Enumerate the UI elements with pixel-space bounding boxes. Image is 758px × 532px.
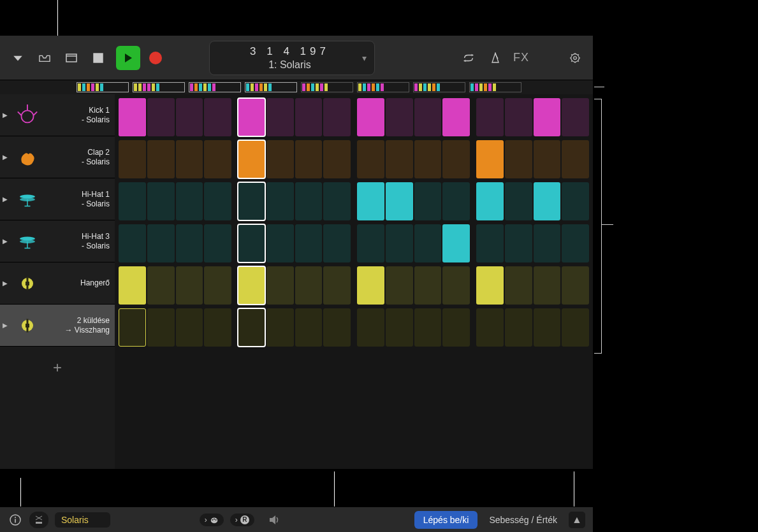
step-cell[interactable] — [534, 224, 561, 262]
step-cell[interactable] — [357, 224, 384, 262]
step-cell[interactable] — [562, 266, 589, 305]
settings-gear-icon[interactable] — [566, 49, 584, 67]
track-header[interactable]: ▶ Kick 1- Solaris — [0, 94, 115, 136]
step-cell[interactable] — [476, 98, 504, 136]
metronome-icon[interactable] — [486, 49, 504, 67]
step-cell[interactable] — [176, 182, 203, 220]
ruler-pattern[interactable] — [189, 82, 241, 92]
step-cell[interactable] — [176, 98, 203, 136]
r-pill[interactable]: › R — [230, 514, 254, 526]
step-cell[interactable] — [176, 308, 203, 347]
step-cell[interactable] — [505, 98, 532, 136]
step-cell[interactable] — [204, 182, 231, 220]
track-play-icon[interactable]: ▶ — [3, 238, 9, 245]
track-play-icon[interactable]: ▶ — [3, 280, 9, 287]
step-cell[interactable] — [119, 266, 146, 305]
ruler-pattern[interactable] — [357, 82, 409, 92]
step-cell[interactable] — [147, 140, 175, 178]
menu-dropdown-button[interactable] — [9, 49, 27, 67]
collapse-up-icon[interactable]: ▲ — [569, 512, 585, 528]
step-cell[interactable] — [562, 224, 589, 262]
kit-name-field[interactable]: Solaris — [55, 512, 110, 528]
track-header[interactable]: ▶ Clap 2- Solaris — [0, 136, 115, 178]
step-cell[interactable] — [414, 140, 442, 178]
ruler-pattern[interactable] — [301, 82, 353, 92]
step-cell[interactable] — [204, 308, 231, 347]
step-cell[interactable] — [266, 140, 294, 178]
fx-button[interactable]: FX — [513, 51, 529, 64]
step-cell[interactable] — [442, 182, 470, 220]
step-cell[interactable] — [176, 224, 203, 262]
step-cell[interactable] — [534, 98, 561, 136]
step-cell[interactable] — [505, 182, 532, 220]
step-cell[interactable] — [534, 266, 561, 305]
step-cell[interactable] — [295, 182, 323, 220]
step-cell[interactable] — [414, 98, 442, 136]
palette-pill[interactable]: › — [200, 514, 224, 526]
step-cell[interactable] — [238, 266, 265, 305]
ruler-pattern[interactable] — [413, 82, 465, 92]
close-x-icon[interactable] — [29, 512, 48, 528]
step-cell[interactable] — [442, 224, 470, 262]
step-cell[interactable] — [562, 98, 589, 136]
chevron-down-icon[interactable]: ▾ — [362, 53, 367, 63]
step-cell[interactable] — [119, 308, 146, 347]
step-cell[interactable] — [476, 224, 504, 262]
step-cell[interactable] — [386, 182, 413, 220]
step-cell[interactable] — [238, 182, 265, 220]
track-header[interactable]: ▶ Hi-Hat 3- Solaris — [0, 220, 115, 262]
step-cell[interactable] — [562, 182, 589, 220]
step-cell[interactable] — [442, 98, 470, 136]
step-cell[interactable] — [323, 224, 351, 262]
ruler-pattern[interactable] — [133, 82, 185, 92]
loop-icon[interactable] — [460, 49, 477, 67]
step-cell[interactable] — [147, 182, 175, 220]
step-cell[interactable] — [119, 140, 146, 178]
step-cell[interactable] — [295, 308, 323, 347]
step-cell[interactable] — [357, 266, 384, 305]
stop-button[interactable] — [89, 49, 107, 67]
step-cell[interactable] — [266, 98, 294, 136]
step-cell[interactable] — [323, 182, 351, 220]
step-cell[interactable] — [505, 308, 532, 347]
step-cell[interactable] — [476, 182, 504, 220]
step-cell[interactable] — [357, 308, 384, 347]
track-play-icon[interactable]: ▶ — [3, 322, 9, 329]
step-cell[interactable] — [176, 266, 203, 305]
step-cell[interactable] — [323, 98, 351, 136]
step-cell[interactable] — [386, 98, 413, 136]
step-cell[interactable] — [476, 140, 504, 178]
step-cell[interactable] — [204, 140, 231, 178]
track-header[interactable]: ▶ Hangerő — [0, 262, 115, 305]
step-cell[interactable] — [442, 140, 470, 178]
step-cell[interactable] — [147, 266, 175, 305]
step-cell[interactable] — [238, 308, 265, 347]
step-cell[interactable] — [266, 182, 294, 220]
step-cell[interactable] — [357, 182, 384, 220]
step-cell[interactable] — [534, 182, 561, 220]
window-icon[interactable] — [62, 49, 80, 67]
step-cell[interactable] — [386, 266, 413, 305]
step-cell[interactable] — [357, 140, 384, 178]
inbox-icon[interactable] — [36, 49, 54, 67]
record-button[interactable] — [149, 52, 162, 64]
track-header[interactable]: ▶ Hi-Hat 1- Solaris — [0, 178, 115, 220]
ruler-pattern[interactable] — [77, 82, 129, 92]
step-cell[interactable] — [357, 98, 384, 136]
step-cell[interactable] — [414, 308, 442, 347]
step-cell[interactable] — [505, 140, 532, 178]
step-cell[interactable] — [295, 140, 323, 178]
ruler-pattern[interactable] — [469, 82, 521, 92]
step-cell[interactable] — [238, 140, 265, 178]
step-cell[interactable] — [204, 224, 231, 262]
step-cell[interactable] — [386, 308, 413, 347]
step-cell[interactable] — [386, 224, 413, 262]
step-cell[interactable] — [534, 308, 561, 347]
step-cell[interactable] — [562, 308, 589, 347]
step-cell[interactable] — [562, 140, 589, 178]
step-cell[interactable] — [505, 224, 532, 262]
step-cell[interactable] — [414, 266, 442, 305]
step-cell[interactable] — [238, 224, 265, 262]
add-track-button[interactable]: + — [0, 347, 115, 389]
step-cell[interactable] — [534, 140, 561, 178]
